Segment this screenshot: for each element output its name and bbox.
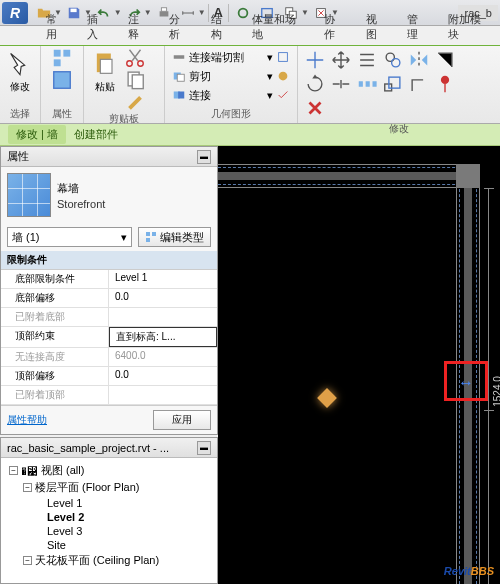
collapse-icon[interactable]: − [9,466,18,475]
ribbon-tabs: 常用 插入 注释 分析 结构 体量和场地 协作 视图 管理 附加模块 [0,26,500,46]
drag-handle-icon[interactable]: ↔ [458,374,474,392]
copy-modify-icon[interactable] [382,50,404,70]
panel-geometry-label: 几何图形 [169,105,293,121]
svg-rect-18 [174,55,185,59]
property-row[interactable]: 无连接高度6400.0 [1,348,217,367]
svg-point-14 [127,61,133,67]
modify-button[interactable]: 修改 [4,48,36,96]
wall-corner [456,164,480,188]
ribbon: 修改 选择 属性 粘贴 剪贴板 连接端切割▾ [0,46,500,124]
property-row-selected[interactable]: 顶部约束直到标高: L... [1,327,217,348]
panel-properties-label: 属性 [45,105,79,121]
properties-icon[interactable] [51,70,73,90]
drawing-canvas[interactable]: ↔ 1524.0 [218,146,500,584]
svg-rect-11 [54,72,71,89]
property-row[interactable]: 顶部偏移0.0 [1,367,217,386]
svg-rect-31 [389,77,400,88]
expand-icon[interactable]: − [23,556,32,565]
delete-icon[interactable] [304,98,326,118]
edit-type-button[interactable]: 编辑类型 [138,227,211,247]
panel-menu-icon[interactable]: ▬ [197,150,211,164]
tab-annotate[interactable]: 注释 [118,9,159,45]
property-row[interactable]: 已附着顶部 [1,386,217,405]
properties-panel: 属性 ▬ 幕墙 Storefront 墙 (1)▾ 编辑类型 [0,146,218,435]
svg-rect-33 [146,232,150,236]
watermark: RevitBBS [444,562,494,578]
property-category[interactable]: 限制条件 [1,251,217,270]
property-row[interactable]: 底部限制条件Level 1 [1,270,217,289]
app-logo[interactable]: R [2,2,28,24]
properties-header: 属性 ▬ [1,147,217,167]
tab-analyze[interactable]: 分析 [159,9,200,45]
pin-icon[interactable] [434,74,456,94]
svg-point-15 [138,61,144,67]
property-row[interactable]: 已附着底部 [1,308,217,327]
tree-level[interactable]: Level 3 [5,524,213,538]
context-tab[interactable]: 修改 | 墙 [8,125,66,144]
properties-help-link[interactable]: 属性帮助 [7,413,47,427]
cut-geom-button[interactable]: 剪切▾ [169,67,293,85]
svg-rect-17 [132,75,143,89]
properties-grid: 限制条件 底部限制条件Level 1 底部偏移0.0 已附着底部 顶部约束直到标… [1,251,217,405]
tree-ceilingplans[interactable]: − 天花板平面 (Ceiling Plan) [5,552,213,569]
tab-structure[interactable]: 结构 [201,9,242,45]
array-icon[interactable] [356,74,378,94]
type-selector[interactable]: 幕墙 Storefront [1,167,217,223]
svg-rect-35 [146,238,150,242]
type-preview-icon [7,173,51,217]
join-button[interactable]: 连接▾ [169,86,293,104]
align-icon[interactable] [304,50,326,70]
match-icon[interactable] [124,90,146,110]
left-panels: 属性 ▬ 幕墙 Storefront 墙 (1)▾ 编辑类型 [0,146,218,584]
move-icon[interactable] [330,50,352,70]
svg-rect-10 [54,59,61,66]
mirror-icon[interactable] [408,50,430,70]
tab-insert[interactable]: 插入 [77,9,118,45]
type-family-name: 幕墙 [57,181,105,196]
tab-view[interactable]: 视图 [356,9,397,45]
cope-button[interactable]: 连接端切割▾ [169,48,293,66]
tab-home[interactable]: 常用 [36,9,77,45]
copy-icon[interactable] [124,69,146,89]
apply-button[interactable]: 应用 [153,410,211,430]
tab-massing[interactable]: 体量和场地 [242,9,315,45]
split-icon[interactable] [330,74,352,94]
tree-level-active[interactable]: Level 2 [5,510,213,524]
chevron-down-icon: ▾ [121,231,127,244]
tree-root[interactable]: −�⵹ 视图 (all) [5,462,213,479]
wall-element[interactable] [218,164,480,188]
property-row[interactable]: 底部偏移0.0 [1,289,217,308]
tab-collaborate[interactable]: 协作 [314,9,355,45]
svg-rect-13 [100,59,112,73]
create-assembly-button[interactable]: 创建部件 [74,127,118,142]
svg-rect-21 [177,74,184,81]
scale-icon[interactable] [382,74,404,94]
dimension-value[interactable]: 1524.0 [493,376,501,407]
panel-clipboard-label: 剪贴板 [88,110,160,126]
tree-level[interactable]: Site [5,538,213,552]
collapse-icon[interactable]: − [23,483,32,492]
paste-button[interactable]: 粘贴 [88,48,122,96]
rotate-icon[interactable] [304,74,326,94]
panel-menu-icon[interactable]: ▬ [197,441,211,455]
offset-icon[interactable] [356,50,378,70]
svg-point-22 [279,72,288,81]
tab-addins[interactable]: 附加模块 [438,9,500,45]
trim-icon[interactable] [434,50,456,70]
project-browser: rac_basic_sample_project.rvt - ... ▬ −�⵹… [0,437,218,584]
svg-rect-9 [63,50,70,57]
tab-manage[interactable]: 管理 [397,9,438,45]
workspace: 属性 ▬ 幕墙 Storefront 墙 (1)▾ 编辑类型 [0,146,500,584]
tree-floorplans[interactable]: − 楼层平面 (Floor Plan) [5,479,213,496]
panel-select-label: 选择 [4,105,36,121]
trim-corner-icon[interactable] [408,74,430,94]
svg-rect-29 [373,81,377,87]
svg-point-32 [441,76,449,84]
cut-icon[interactable] [124,48,146,68]
instance-selector[interactable]: 墙 (1)▾ [7,227,132,247]
dimension-line[interactable]: 1524.0 [484,188,494,584]
svg-rect-19 [279,53,288,62]
tree-level[interactable]: Level 1 [5,496,213,510]
svg-point-26 [392,59,400,67]
properties-filter-icon[interactable] [51,48,73,68]
